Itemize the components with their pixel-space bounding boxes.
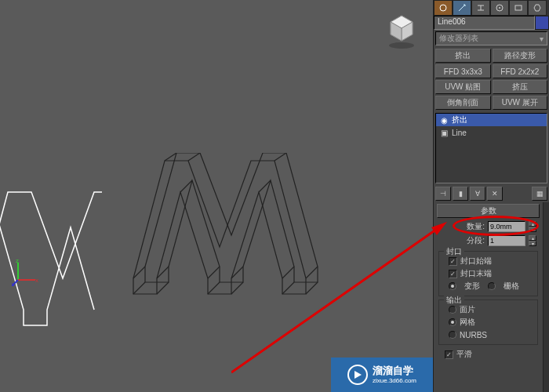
cap-end-checkbox[interactable]: ✓ xyxy=(449,270,457,278)
view-cube[interactable] xyxy=(386,16,417,47)
mesh-object-m[interactable] xyxy=(118,153,322,302)
uvw-unwrap-button[interactable]: UVW 展开 xyxy=(493,96,548,110)
smooth-checkbox[interactable]: ✓ xyxy=(445,350,453,359)
cap-group-label: 封口 xyxy=(444,246,464,257)
object-color-swatch[interactable] xyxy=(535,16,549,30)
morph-radio[interactable] xyxy=(449,282,456,290)
modifier-list-dropdown[interactable]: 修改器列表 ▾ xyxy=(435,31,547,45)
watermark: 溜溜自学 zixue.3d66.com xyxy=(331,358,433,392)
cap-group: 封口 ✓ 封口始端 ✓ 封口末端 变形 栅格 xyxy=(438,251,538,296)
display-tab[interactable] xyxy=(509,0,528,16)
axis-gizmo[interactable]: z x y xyxy=(12,259,35,282)
modifier-buttons: 挤出 路径变形 FFD 3x3x3 FFD 2x2x2 UVW 贴图 挤压 倒角… xyxy=(434,47,549,111)
svg-rect-16 xyxy=(515,5,522,10)
eye-icon[interactable]: ◉ xyxy=(439,115,449,125)
show-end-result-button[interactable]: ▮ xyxy=(453,187,468,201)
grid-label: 栅格 xyxy=(504,281,519,292)
extrude-button[interactable]: 挤出 xyxy=(435,49,491,63)
modifier-list-label: 修改器列表 xyxy=(439,33,478,44)
svg-text:x: x xyxy=(35,277,38,284)
grid-radio[interactable] xyxy=(488,282,496,290)
output-group-label: 输出 xyxy=(444,295,464,306)
svg-marker-17 xyxy=(354,371,362,379)
remove-modifier-button[interactable]: ✕ xyxy=(487,187,503,201)
watermark-url: zixue.3d66.com xyxy=(373,377,416,385)
segments-spinner[interactable]: 1 xyxy=(488,235,525,246)
modify-tab[interactable] xyxy=(453,0,471,16)
svg-point-0 xyxy=(389,42,414,49)
hierarchy-tab[interactable] xyxy=(471,0,490,16)
svg-text:z: z xyxy=(16,259,19,264)
cap-start-label: 封口始端 xyxy=(460,256,492,267)
mesh-radio[interactable] xyxy=(449,318,456,326)
ffd3-button[interactable]: FFD 3x3x3 xyxy=(435,64,491,78)
chevron-down-icon: ▾ xyxy=(540,34,544,43)
path-deform-button[interactable]: 路径变形 xyxy=(493,49,548,63)
amount-down-button[interactable]: ▾ xyxy=(529,227,536,232)
viewport[interactable]: z x y xyxy=(0,0,433,392)
segments-label: 分段: xyxy=(467,235,485,246)
watermark-title: 溜溜自学 xyxy=(373,365,416,377)
command-panel: Line006 修改器列表 ▾ 挤出 路径变形 FFD 3x3x3 FFD 2x… xyxy=(433,0,549,392)
stack-item-label: Line xyxy=(452,129,467,137)
svg-text:y: y xyxy=(12,281,15,286)
cap-end-label: 封口末端 xyxy=(460,268,492,279)
play-icon xyxy=(347,365,368,385)
squeeze-button[interactable]: 挤压 xyxy=(493,80,548,94)
utilities-tab[interactable] xyxy=(528,0,547,16)
make-unique-button[interactable]: ∀ xyxy=(470,187,485,201)
svg-point-15 xyxy=(499,7,500,9)
face-radio[interactable] xyxy=(449,306,456,314)
motion-tab[interactable] xyxy=(490,0,509,16)
panel-scrollbar[interactable] xyxy=(543,202,549,392)
amount-row: 数量: 9.0mm ▴ ▾ xyxy=(434,220,543,234)
expand-icon[interactable]: ▣ xyxy=(439,128,449,137)
cap-start-checkbox[interactable]: ✓ xyxy=(449,257,457,266)
panel-tabs xyxy=(434,0,549,16)
stack-item-label: 挤出 xyxy=(452,114,467,125)
output-group: 输出 面片 网格 NURBS xyxy=(438,299,538,345)
stack-item-line[interactable]: ▣ Line xyxy=(436,126,547,139)
segments-up-button[interactable]: ▴ xyxy=(529,235,536,241)
svg-point-13 xyxy=(440,5,446,11)
chamfer-button[interactable]: 倒角剖面 xyxy=(435,96,491,110)
object-name-field[interactable]: Line006 xyxy=(434,16,535,30)
uvw-map-button[interactable]: UVW 贴图 xyxy=(435,80,491,94)
stack-tools: ⊣ ▮ ∀ ✕ ▦ xyxy=(434,185,549,202)
stack-item-extrude[interactable]: ◉ 挤出 xyxy=(436,114,547,126)
configure-sets-button[interactable]: ▦ xyxy=(532,187,547,201)
morph-label: 变形 xyxy=(464,281,480,292)
create-tab[interactable] xyxy=(434,0,453,16)
amount-up-button[interactable]: ▴ xyxy=(529,221,536,227)
mesh-label: 网格 xyxy=(460,317,475,328)
smooth-label: 平滑 xyxy=(456,349,472,360)
modifier-stack[interactable]: ◉ 挤出 ▣ Line xyxy=(435,113,547,183)
amount-spinner[interactable]: 9.0mm xyxy=(488,221,525,232)
ffd2-button[interactable]: FFD 2x2x2 xyxy=(493,64,548,78)
face-label: 面片 xyxy=(460,304,475,315)
segments-down-button[interactable]: ▾ xyxy=(529,241,536,246)
params-rollout-header[interactable]: 参数 xyxy=(437,204,540,218)
nurbs-label: NURBS xyxy=(460,331,487,339)
amount-label: 数量: xyxy=(467,221,485,232)
nurbs-radio[interactable] xyxy=(449,331,456,339)
pin-stack-button[interactable]: ⊣ xyxy=(435,187,451,201)
